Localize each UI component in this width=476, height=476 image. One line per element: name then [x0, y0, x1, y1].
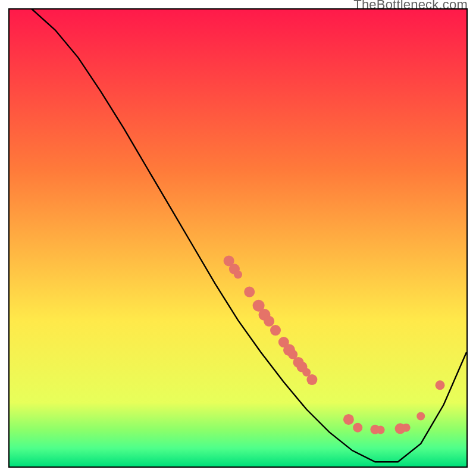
- data-point: [353, 423, 362, 433]
- data-point: [402, 424, 411, 432]
- data-point: [270, 325, 281, 336]
- data-point: [436, 380, 445, 390]
- plot-area: [8, 8, 468, 468]
- data-point: [244, 287, 255, 298]
- data-point: [377, 426, 385, 434]
- data-point: [343, 414, 354, 425]
- data-point: [234, 270, 242, 278]
- gradient-background: [10, 10, 466, 466]
- chart-container: TheBottleneck.com: [0, 0, 476, 476]
- chart-svg: [10, 10, 466, 466]
- data-point: [264, 316, 274, 327]
- data-point: [306, 374, 317, 385]
- data-point: [416, 412, 425, 421]
